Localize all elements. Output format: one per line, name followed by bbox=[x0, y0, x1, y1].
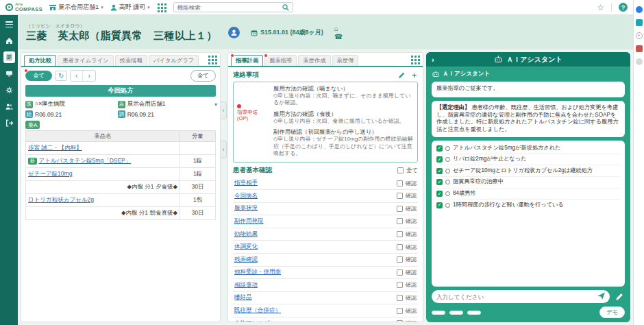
table-row[interactable]: ◆内服 分1 夕食後◆ 30日 bbox=[26, 181, 216, 194]
confirm-checkbox[interactable] bbox=[397, 231, 403, 237]
radio-circle-icon[interactable] bbox=[445, 157, 450, 162]
tab[interactable]: バイタルグラフ bbox=[149, 55, 199, 66]
tab[interactable]: 服薬指導 bbox=[264, 55, 297, 66]
checked-icon[interactable]: ✓ bbox=[436, 168, 443, 174]
confirm-item-link[interactable]: 副作用発現 bbox=[234, 217, 264, 226]
confirm-checkbox[interactable] bbox=[397, 282, 403, 288]
ai-action-button[interactable] bbox=[432, 311, 445, 315]
confirm-checkbox[interactable] bbox=[397, 269, 403, 276]
tab[interactable]: 薬歴作成 bbox=[298, 55, 330, 66]
confirm-item-link[interactable]: 効能効果 bbox=[234, 230, 258, 239]
checked-icon[interactable]: ✓ bbox=[436, 191, 443, 197]
checked-icon[interactable]: ✓ bbox=[436, 156, 443, 162]
filter-all-button[interactable]: 全て bbox=[25, 71, 52, 81]
checklist-text: リバロ錠2mgが中止となった bbox=[453, 156, 527, 163]
user-menu[interactable]: 高野 謙司 ▾ bbox=[110, 3, 150, 12]
ai-chat-input[interactable] bbox=[436, 293, 597, 300]
confirm-item-link[interactable]: 服薬状況 bbox=[234, 204, 258, 213]
drug-name[interactable]: 歩宮 誠二・【内科】 bbox=[28, 144, 82, 151]
drug-name[interactable]: ◆内服 分1 朝食直後◆ bbox=[121, 209, 177, 216]
confirm-item-link[interactable]: 他科受診・併用薬 bbox=[234, 268, 281, 276]
more-tools-icon[interactable] bbox=[636, 58, 643, 65]
phone-icon[interactable]: ☎ bbox=[334, 33, 343, 40]
table-row[interactable]: ゼチーア錠10mg 1錠 bbox=[26, 168, 216, 181]
radio-circle-icon[interactable] bbox=[445, 146, 450, 151]
confirm-item-link[interactable]: 今回病名 bbox=[234, 192, 258, 200]
prev-icon[interactable]: ‹ bbox=[71, 71, 83, 81]
confirm-item-link[interactable]: 相談事項 bbox=[234, 281, 258, 289]
favorite-star-icon[interactable]: ☆ bbox=[597, 3, 604, 12]
refresh-icon[interactable]: ↻ bbox=[55, 71, 67, 81]
check-all-checkbox[interactable] bbox=[397, 167, 404, 173]
add-note-icon[interactable]: ＋ bbox=[410, 71, 418, 79]
next-icon[interactable]: › bbox=[83, 71, 95, 81]
confirm-item-link[interactable]: 嗜好品 bbox=[234, 293, 252, 302]
prescription-icon[interactable] bbox=[3, 51, 15, 63]
home-icon[interactable] bbox=[3, 35, 15, 47]
checked-icon[interactable]: ✓ bbox=[436, 179, 443, 185]
tab[interactable]: 患者タイムライン bbox=[58, 55, 114, 66]
monitor-icon[interactable] bbox=[3, 68, 15, 80]
edit-pencil-icon[interactable] bbox=[398, 72, 405, 79]
send-icon[interactable] bbox=[597, 292, 605, 301]
panel-grid-icon[interactable] bbox=[410, 55, 420, 64]
collections-icon[interactable] bbox=[636, 45, 643, 52]
help-icon[interactable]: ? bbox=[619, 3, 628, 12]
confirm-item-link[interactable]: 体調変化 bbox=[234, 243, 258, 251]
search-input[interactable] bbox=[177, 4, 282, 11]
add-icon[interactable]: + bbox=[636, 32, 643, 39]
search-icon[interactable] bbox=[282, 4, 289, 11]
drug-name[interactable]: アトルバスタチン錠5mg「DSEP」 bbox=[39, 157, 132, 164]
ai-action-button[interactable] bbox=[467, 311, 481, 315]
confirm-item-link[interactable]: 残薬確認 bbox=[234, 256, 258, 264]
tab[interactable]: 薬歴簿 bbox=[332, 55, 359, 66]
radio-circle-icon[interactable] bbox=[445, 203, 450, 208]
chevron-down-icon[interactable]: ▾ bbox=[214, 101, 219, 108]
tab[interactable]: 投薬情報 bbox=[115, 55, 147, 66]
users-icon[interactable] bbox=[3, 101, 15, 112]
confirm-checkbox[interactable] bbox=[397, 206, 403, 212]
logout-icon[interactable] bbox=[3, 117, 15, 129]
checked-icon[interactable]: ✓ bbox=[436, 145, 443, 152]
confirm-checkbox[interactable] bbox=[397, 218, 403, 224]
confirm-checkbox[interactable] bbox=[397, 320, 403, 322]
copilot-icon[interactable] bbox=[636, 6, 643, 13]
ai-compose-icon[interactable] bbox=[614, 291, 625, 302]
radio-circle-icon[interactable] bbox=[445, 191, 450, 196]
tab[interactable]: 指導計画 bbox=[231, 55, 263, 66]
patient-avatar[interactable] bbox=[228, 27, 240, 38]
drug-name[interactable]: ゼチーア錠10mg bbox=[28, 170, 72, 177]
chat-icon[interactable] bbox=[636, 19, 643, 26]
table-row[interactable]: 新アトルバスタチン錠5mg「DSEP」 1錠 bbox=[26, 155, 216, 168]
confirm-item-link[interactable]: 指導相手 bbox=[234, 179, 258, 187]
home-address-icon[interactable]: ⌂ bbox=[334, 25, 343, 32]
store-selector[interactable]: 展示会用店舗1 ▾ bbox=[49, 3, 103, 12]
confirm-checkbox[interactable] bbox=[397, 193, 403, 199]
confirm-checkbox[interactable] bbox=[397, 244, 403, 250]
settings-gear-icon[interactable] bbox=[3, 84, 15, 96]
tab[interactable]: 処方比較 bbox=[24, 55, 56, 66]
table-row[interactable]: ロトリガ粒状カプセル2g 1包 bbox=[26, 194, 216, 207]
confirm-item-link[interactable]: 食物アレルギー bbox=[234, 320, 275, 322]
radio-circle-icon[interactable] bbox=[445, 169, 450, 173]
confirm-checkbox[interactable] bbox=[397, 256, 403, 263]
demo-button[interactable]: デモ bbox=[599, 306, 625, 318]
checked-icon[interactable]: ✓ bbox=[436, 202, 443, 208]
drug-name[interactable]: ◆内服 分1 夕食後◆ bbox=[127, 183, 177, 190]
menu-icon[interactable] bbox=[3, 19, 15, 30]
confirm-checkbox[interactable] bbox=[397, 295, 403, 301]
app-grid-icon[interactable] bbox=[157, 3, 166, 12]
confirm-item-link[interactable]: 既往歴（合併症） bbox=[234, 306, 281, 315]
ai-action-button[interactable] bbox=[449, 311, 463, 315]
drug-name[interactable]: ロトリガ粒状カプセル2g bbox=[28, 196, 94, 203]
table-row[interactable]: 歩宮 誠二・【内科】 bbox=[26, 142, 216, 155]
panel-grid-icon[interactable] bbox=[208, 55, 217, 64]
confirm-checkbox[interactable] bbox=[397, 308, 403, 314]
expand-panel-handle[interactable]: › bbox=[221, 101, 227, 119]
show-all-button[interactable]: 全て bbox=[190, 70, 216, 82]
expand-panel-icon[interactable]: › bbox=[432, 56, 434, 64]
table-row[interactable]: ◆内服 分1 朝食直後◆ 30日 bbox=[26, 207, 216, 220]
radio-circle-icon[interactable] bbox=[445, 180, 450, 184]
collapse-panel-handle[interactable]: ‹ bbox=[221, 141, 227, 158]
confirm-checkbox[interactable] bbox=[397, 180, 403, 186]
